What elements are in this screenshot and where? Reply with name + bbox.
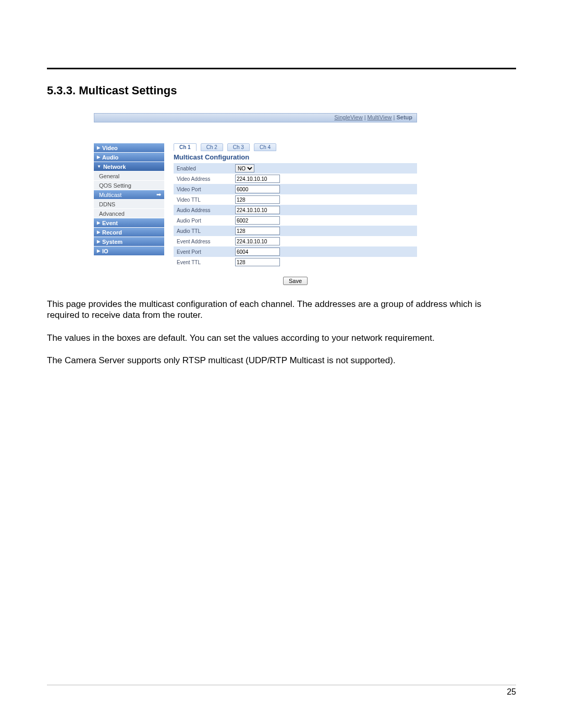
triangle-down-icon: ▼ <box>97 164 101 169</box>
sidebar-label: Advanced <box>99 211 125 217</box>
sidebar-item-io[interactable]: ▶IO <box>94 246 164 256</box>
page-footer: 25 <box>47 685 516 697</box>
label-event-ttl: Event TTL <box>174 257 232 267</box>
arrow-right-icon: ➡ <box>156 191 161 198</box>
triangle-right-icon: ▶ <box>97 249 100 253</box>
sidebar: ▶Video ▶Audio ▼Network General QOS Setti… <box>94 143 164 256</box>
sidebar-item-ddns[interactable]: DDNS <box>94 200 164 209</box>
triangle-right-icon: ▶ <box>97 220 100 225</box>
sidebar-label: Record <box>102 229 122 236</box>
paragraph-1: This page provides the multicast configu… <box>47 299 516 321</box>
audio-port-input[interactable] <box>235 216 280 225</box>
triangle-right-icon: ▶ <box>97 230 100 235</box>
body-text: This page provides the multicast configu… <box>47 299 516 366</box>
tab-ch1[interactable]: Ch 1 <box>174 143 197 151</box>
paragraph-3: The Camera Server supports only RTSP mul… <box>47 355 516 366</box>
label-event-address: Event Address <box>174 236 232 246</box>
label-audio-address: Audio Address <box>174 205 232 215</box>
sidebar-label: Event <box>102 220 118 226</box>
sidebar-label: Network <box>103 164 126 170</box>
event-ttl-input[interactable] <box>235 258 280 266</box>
label-video-port: Video Port <box>174 184 232 194</box>
paragraph-2: The values in the boxes are default. You… <box>47 332 516 343</box>
enabled-select[interactable]: NO <box>235 164 254 172</box>
label-video-address: Video Address <box>174 174 232 184</box>
label-video-ttl: Video TTL <box>174 194 232 205</box>
sidebar-label: DDNS <box>99 201 115 207</box>
sidebar-label: Multicast <box>99 192 121 198</box>
event-address-input[interactable] <box>235 237 280 245</box>
label-audio-ttl: Audio TTL <box>174 226 232 236</box>
event-port-input[interactable] <box>235 248 280 256</box>
video-address-input[interactable] <box>235 175 280 183</box>
panel-title: Multicast Configuration <box>174 153 417 161</box>
sidebar-item-record[interactable]: ▶Record <box>94 228 164 237</box>
sidebar-item-multicast[interactable]: Multicast➡ <box>94 190 164 200</box>
sidebar-label: General <box>99 173 119 179</box>
sidebar-item-video[interactable]: ▶Video <box>94 143 164 153</box>
sidebar-label: Video <box>102 145 118 151</box>
sidebar-label: IO <box>102 248 108 254</box>
tab-ch4[interactable]: Ch 4 <box>254 143 276 151</box>
page-number: 25 <box>507 687 516 696</box>
sidebar-item-network[interactable]: ▼Network <box>94 162 164 171</box>
sidebar-item-advanced[interactable]: Advanced <box>94 209 164 218</box>
app-screenshot: SingleView | MultiView | Setup ▶Video ▶A… <box>94 113 417 285</box>
label-event-port: Event Port <box>174 246 232 257</box>
label-enabled: Enabled <box>174 163 232 174</box>
top-nav: SingleView | MultiView | Setup <box>94 113 417 122</box>
sidebar-item-system[interactable]: ▶System <box>94 237 164 246</box>
save-button[interactable]: Save <box>283 277 308 285</box>
content-panel: Ch 1 Ch 2 Ch 3 Ch 4 Multicast Configurat… <box>174 143 417 285</box>
sidebar-item-qos[interactable]: QOS Setting <box>94 181 164 190</box>
sidebar-label: System <box>102 239 123 245</box>
audio-address-input[interactable] <box>235 206 280 214</box>
channel-tabs: Ch 1 Ch 2 Ch 3 Ch 4 <box>174 143 417 151</box>
sidebar-label: QOS Setting <box>99 182 131 189</box>
video-port-input[interactable] <box>235 185 280 193</box>
section-title: 5.3.3. Multicast Settings <box>47 84 516 97</box>
label-audio-port: Audio Port <box>174 215 232 226</box>
audio-ttl-input[interactable] <box>235 227 280 235</box>
triangle-right-icon: ▶ <box>97 239 100 244</box>
tab-ch3[interactable]: Ch 3 <box>227 143 250 151</box>
top-rule <box>47 68 516 69</box>
nav-singleview[interactable]: SingleView <box>334 114 362 120</box>
tab-ch2[interactable]: Ch 2 <box>201 143 223 151</box>
sidebar-item-general[interactable]: General <box>94 171 164 181</box>
nav-setup[interactable]: Setup <box>396 114 412 120</box>
multicast-form: Enabled NO Video Address Video Port Vide… <box>174 163 417 267</box>
sidebar-label: Audio <box>102 154 118 161</box>
sidebar-item-audio[interactable]: ▶Audio <box>94 153 164 162</box>
triangle-right-icon: ▶ <box>97 155 100 159</box>
sidebar-item-event[interactable]: ▶Event <box>94 218 164 228</box>
video-ttl-input[interactable] <box>235 195 280 204</box>
triangle-right-icon: ▶ <box>97 145 100 150</box>
nav-multiview[interactable]: MultiView <box>368 114 392 120</box>
